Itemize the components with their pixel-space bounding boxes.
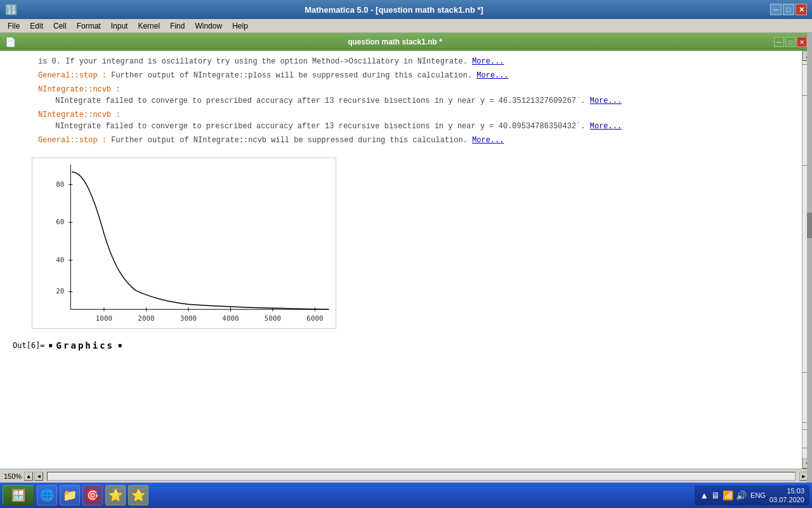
output-area: Out[6]= ■ Graphics ■ — [0, 338, 802, 353]
menu-bar: File Edit Cell Format Input Kernel Find … — [0, 19, 812, 33]
svg-text:3000: 3000 — [180, 314, 197, 323]
edge-scrollbar[interactable] — [807, 33, 812, 483]
horizontal-scrollbar[interactable] — [47, 472, 796, 481]
doc-close-button[interactable]: ✕ — [797, 37, 807, 47]
main-title-bar: 🔢 Mathematica 5.0 - [question math stack… — [0, 0, 812, 19]
doc-title-buttons: ─ □ ✕ — [774, 37, 807, 47]
taskbar: 🪟 🌐 📁 🎯 ⭐ ⭐ ▲ 🖥 📶 🔊 ENG 15:03 03.07.2020 — [0, 483, 812, 508]
message-2: General::stop : Further output of NInteg… — [0, 69, 802, 83]
doc-maximize-button[interactable]: □ — [785, 37, 796, 47]
msg4-label: NIntegrate::ncvb : — [38, 110, 121, 119]
taskbar-star2-icon[interactable]: ⭐ — [128, 485, 148, 505]
msg5-link[interactable]: More... — [472, 136, 504, 145]
msg3-link[interactable]: More... — [590, 97, 622, 105]
zoom-control: 150% ▲ ◄ — [4, 472, 43, 481]
app-icon: 🔢 — [5, 4, 18, 16]
taskbar-math-icon[interactable]: 🎯 — [82, 485, 103, 505]
svg-text:1000: 1000 — [96, 314, 112, 323]
menu-format[interactable]: Format — [72, 20, 106, 32]
menu-help[interactable]: Help — [227, 20, 253, 32]
svg-text:2000: 2000 — [138, 314, 154, 323]
menu-find[interactable]: Find — [165, 20, 190, 32]
output-dash1: ■ — [49, 342, 53, 349]
language-indicator: ENG — [750, 491, 766, 499]
sys-icons: ▲ 🖥 📶 🔊 — [700, 490, 747, 500]
title-bar-buttons: ─ □ ✕ — [770, 4, 807, 15]
menu-input[interactable]: Input — [106, 20, 133, 32]
svg-text:4000: 4000 — [222, 314, 239, 323]
doc-minimize-button[interactable]: ─ — [774, 37, 784, 47]
msg2-label: General::stop : — [38, 71, 111, 80]
messages-area: is 0. If your integrand is oscillatory t… — [0, 51, 802, 151]
clock-time: 15:03 — [769, 486, 804, 495]
plot-svg: 80 60 40 20 1000 2000 3000 — [32, 157, 336, 329]
zoom-down-button[interactable]: ◄ — [34, 472, 43, 481]
msg3-text: NIntegrate failed to converge to prescri… — [38, 97, 586, 105]
msg1-text: is 0. If your integrand is oscillatory t… — [38, 57, 468, 66]
notebook-content: is 0. If your integrand is oscillatory t… — [0, 51, 802, 469]
msg1-link[interactable]: More... — [472, 57, 504, 66]
doc-status-bar: 150% ▲ ◄ ► — [0, 469, 812, 483]
tray-volume-icon: 🔊 — [736, 490, 747, 500]
taskbar-folder-icon[interactable]: 📁 — [60, 485, 80, 505]
menu-window[interactable]: Window — [190, 20, 227, 32]
svg-text:60: 60 — [56, 218, 64, 226]
svg-text:80: 80 — [56, 180, 64, 189]
message-3: NIntegrate::ncvb : NIntegrate failed to … — [0, 83, 802, 108]
output-text: Graphics — [56, 340, 114, 351]
output-label: Out[6]= — [13, 341, 45, 350]
clock-date: 03.07.2020 — [769, 495, 804, 504]
edge-scroll-thumb — [807, 213, 812, 238]
svg-text:40: 40 — [56, 256, 64, 264]
close-button[interactable]: ✕ — [796, 4, 807, 15]
taskbar-chrome-icon[interactable]: 🌐 — [37, 485, 57, 505]
menu-edit[interactable]: Edit — [25, 20, 48, 32]
tray-monitor-icon: 🖥 — [711, 490, 720, 500]
doc-title: question math stack1.nb * — [16, 37, 774, 46]
zoom-value: 150% — [4, 472, 22, 480]
menu-file[interactable]: File — [3, 20, 25, 32]
message-4: NIntegrate::ncvb : NIntegrate failed to … — [0, 108, 802, 133]
msg2-text: Further output of NIntegrate::ploss will… — [111, 71, 472, 80]
taskbar-system-tray: ▲ 🖥 📶 🔊 ENG 15:03 03.07.2020 — [695, 485, 809, 505]
message-1: is 0. If your integrand is oscillatory t… — [0, 55, 802, 69]
msg2-link[interactable]: More... — [476, 71, 508, 80]
msg4-link[interactable]: More... — [590, 122, 622, 131]
svg-text:20: 20 — [56, 287, 64, 295]
output-dash2: ■ — [118, 342, 122, 349]
svg-text:6000: 6000 — [306, 314, 323, 323]
svg-text:5000: 5000 — [265, 314, 281, 323]
msg5-label: General::stop : — [38, 136, 111, 145]
menu-cell[interactable]: Cell — [48, 20, 72, 32]
menu-kernel[interactable]: Kernel — [133, 20, 165, 32]
start-button[interactable]: 🪟 — [3, 485, 34, 505]
msg4-text: NIntegrate failed to converge to prescri… — [38, 122, 586, 131]
main-title: Mathematica 5.0 - [question math stack1.… — [18, 5, 770, 15]
doc-icon: 📄 — [5, 37, 16, 47]
tray-signal-icon: 📶 — [723, 490, 733, 500]
msg5-text: Further output of NIntegrate::ncvb will … — [111, 136, 468, 145]
taskbar-star-icon[interactable]: ⭐ — [105, 485, 126, 505]
doc-title-bar: 📄 question math stack1.nb * ─ □ ✕ — [0, 33, 812, 51]
title-bar-left: 🔢 — [5, 4, 18, 16]
msg3-label: NIntegrate::ncvb : — [38, 85, 121, 94]
maximize-button[interactable]: □ — [783, 4, 794, 15]
graph-area: 80 60 40 20 1000 2000 3000 — [0, 151, 802, 338]
zoom-up-button[interactable]: ▲ — [24, 472, 33, 481]
minimize-button[interactable]: ─ — [770, 4, 782, 15]
tray-icon-1: ▲ — [700, 490, 709, 500]
message-5: General::stop : Further output of NInteg… — [0, 133, 802, 147]
system-clock: 15:03 03.07.2020 — [769, 486, 804, 505]
